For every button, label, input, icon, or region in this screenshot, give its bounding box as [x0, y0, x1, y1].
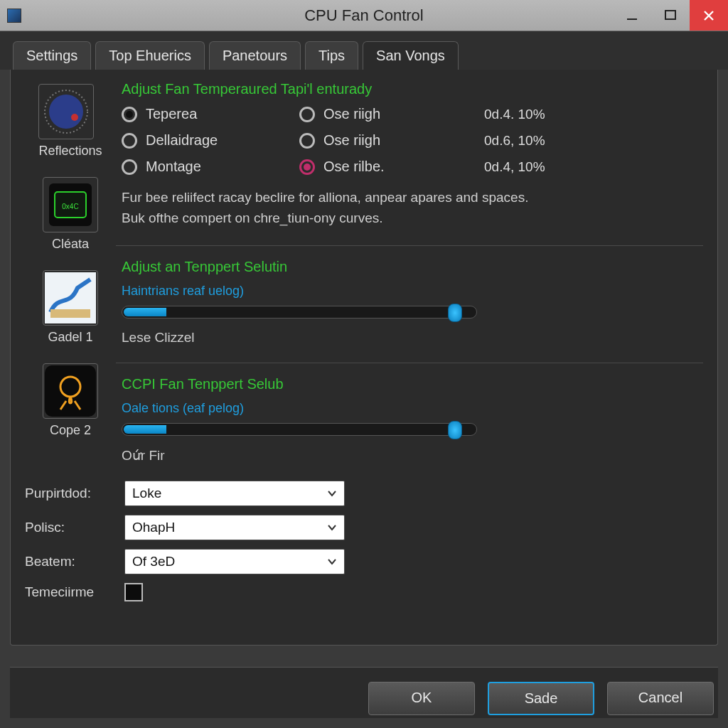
select-purpirtdod[interactable]: Loke: [124, 481, 345, 506]
label-beatem: Beatem:: [25, 554, 124, 569]
slider3-label: Oale tions (eaf pelog): [122, 401, 703, 416]
thumb-cope2-icon: [43, 363, 98, 419]
slider-section3[interactable]: [122, 423, 477, 436]
maximize-button[interactable]: [651, 0, 690, 31]
radio-label: Dellaidrage: [146, 132, 218, 149]
label-purpirtdod: Purpirtdod:: [25, 486, 124, 501]
tab-panetours[interactable]: Panetours: [209, 41, 301, 70]
radio-dot-icon: [122, 107, 137, 122]
chevron-down-icon: [324, 520, 340, 535]
select-polisc[interactable]: OhapH: [124, 515, 345, 540]
dialog-footer: OK Sade Cancel: [10, 667, 718, 718]
checkbox-temeciirme[interactable]: [124, 583, 143, 601]
button-label: Sade: [525, 690, 558, 706]
slider-fill: [124, 308, 166, 316]
radio-label: Ose riigh: [323, 106, 380, 122]
slider-handle-icon[interactable]: [448, 304, 462, 322]
svg-rect-9: [50, 309, 90, 318]
sidebar-item-reflections[interactable]: Reflections: [38, 84, 102, 159]
button-label: Cancel: [638, 690, 682, 705]
svg-rect-1: [665, 11, 675, 19]
tab-label: Settings: [26, 48, 77, 63]
radio-value: 0d.6, 10%: [484, 133, 569, 149]
section3-title: CCPI Fan Tenppert Selub: [122, 376, 703, 392]
tab-settings[interactable]: Settings: [13, 41, 91, 70]
radio-label: Teperea: [146, 106, 197, 122]
radio-grid: Teperea Ose riigh 0d.4. 10% Dellaidrage …: [122, 106, 703, 175]
close-button[interactable]: [690, 0, 728, 31]
slider2-label: Haintrians reaf uelog): [122, 284, 703, 299]
section2-title: Adjust an Tenppert Selutin: [122, 259, 703, 275]
sidebar: Reflections 0x4C Cléata Gadel 1 Cope 2: [25, 80, 116, 464]
sidebar-item-cope2[interactable]: Cope 2: [43, 363, 98, 438]
sidebar-item-label: Gadel 1: [43, 330, 98, 345]
tab-label: Tips: [318, 48, 345, 63]
sidebar-item-label: Cléata: [43, 237, 98, 252]
sade-button[interactable]: Sade: [488, 682, 594, 715]
label-polisc: Polisc:: [25, 520, 124, 535]
select-value: Of 3eD: [132, 554, 175, 569]
cancel-button[interactable]: Cancel: [607, 682, 714, 715]
sidebar-item-cleata[interactable]: 0x4C Cléata: [43, 177, 98, 252]
window-controls: [613, 0, 728, 31]
desc-line: Fur bee reliifect racay beclire for alli…: [122, 188, 703, 208]
sidebar-item-label: Cope 2: [43, 423, 98, 438]
slider-handle-icon[interactable]: [448, 421, 462, 439]
main-panel: Reflections 0x4C Cléata Gadel 1 Cope 2: [10, 70, 718, 646]
minimize-button[interactable]: [613, 0, 651, 31]
thumb-gadel1-icon: [43, 270, 98, 326]
radio-ose-riigh-2[interactable]: Ose riigh: [299, 132, 484, 149]
slider-fill: [124, 425, 166, 434]
radio-label: Ose rilbe.: [323, 159, 385, 175]
section1-title: Adjust Fan Temperaured Tapi'l enturady: [122, 81, 703, 97]
slider2-caption: Lese Clizzel: [122, 330, 703, 346]
svg-text:0x4C: 0x4C: [62, 203, 78, 210]
radio-label: Montage: [146, 159, 201, 175]
svg-rect-10: [45, 365, 96, 417]
form-area: Purpirtdod: Loke Polisc: OhapH Beatem: O…: [25, 481, 703, 601]
divider: [116, 245, 703, 246]
title-bar: CPU Fan Control: [0, 0, 728, 31]
tab-san-vongs[interactable]: San Vongs: [363, 41, 459, 70]
thumb-cleata-icon: 0x4C: [43, 177, 98, 232]
section1-desc: Fur bee reliifect racay beclire for alli…: [122, 188, 703, 228]
section2-slider-box: Haintrians reaf uelog) Lese Clizzel: [122, 284, 703, 346]
select-value: Loke: [132, 486, 161, 500]
svg-rect-0: [627, 18, 637, 20]
tab-tips[interactable]: Tips: [305, 41, 358, 70]
tab-strip: Settings Top Ehuerics Panetours Tips San…: [0, 31, 728, 70]
button-label: OK: [412, 690, 432, 705]
radio-value: 0d.4, 10%: [484, 159, 569, 175]
svg-point-2: [49, 95, 83, 129]
svg-point-4: [71, 114, 78, 121]
chevron-down-icon: [324, 554, 340, 569]
radio-dot-icon: [122, 159, 137, 175]
ok-button[interactable]: OK: [368, 682, 475, 715]
radio-dot-icon: [299, 133, 315, 149]
desc-line: Buk ofthe compert on chre_tiun-ony curve…: [122, 208, 703, 229]
radio-label: Ose riigh: [323, 132, 380, 149]
radio-dot-icon: [122, 133, 137, 149]
content-area: Adjust Fan Temperaured Tapi'l enturady T…: [116, 80, 703, 464]
thumb-reflections-icon: [38, 84, 94, 139]
slider3-caption: Oứr Fir: [122, 447, 703, 464]
slider-section2[interactable]: [122, 306, 477, 318]
tab-label: Panetours: [223, 48, 287, 63]
radio-ose-riigh-1[interactable]: Ose riigh: [299, 106, 484, 122]
sidebar-item-gadel1[interactable]: Gadel 1: [43, 270, 98, 345]
radio-dot-icon: [299, 159, 315, 175]
section3-slider-box: Oale tions (eaf pelog) Oứr Fir: [122, 401, 703, 464]
tab-label: San Vongs: [376, 48, 445, 63]
radio-montage[interactable]: Montage: [122, 159, 299, 175]
select-value: OhapH: [132, 520, 175, 535]
radio-dot-icon: [299, 107, 315, 122]
chevron-down-icon: [324, 486, 340, 501]
tab-label: Top Ehuerics: [109, 48, 191, 63]
sidebar-item-label: Reflections: [38, 144, 102, 159]
select-beatem[interactable]: Of 3eD: [124, 549, 345, 574]
label-temeciirme: Temeciirme: [25, 584, 124, 600]
radio-teperea[interactable]: Teperea: [122, 106, 299, 122]
radio-ose-rilbe[interactable]: Ose rilbe.: [299, 159, 484, 175]
radio-dellaidrage[interactable]: Dellaidrage: [122, 132, 299, 149]
tab-top-ehuerics[interactable]: Top Ehuerics: [95, 41, 205, 70]
